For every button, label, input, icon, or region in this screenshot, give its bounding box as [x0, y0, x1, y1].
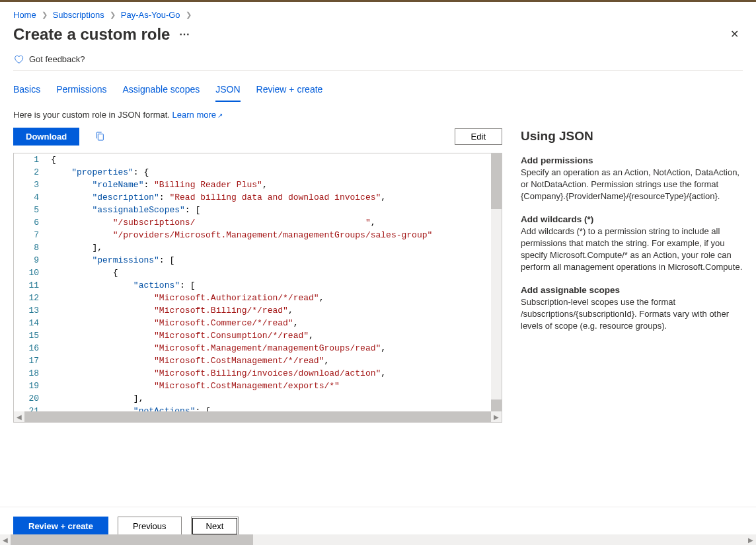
external-link-icon: ↗: [217, 112, 223, 119]
help-body: Specify an operation as an Action, NotAc…: [521, 167, 743, 202]
help-body: Subscription-level scopes use the format…: [521, 296, 743, 332]
copy-icon: [94, 130, 105, 142]
tab-review-create[interactable]: Review + create: [256, 77, 323, 102]
tab-permissions[interactable]: Permissions: [56, 77, 106, 102]
scrollbar-thumb[interactable]: [491, 163, 502, 209]
line-gutter: 1234567891011121314151617181920212223: [14, 153, 51, 411]
tabs: Basics Permissions Assignable scopes JSO…: [13, 77, 743, 102]
help-heading: Add permissions: [521, 155, 743, 165]
info-text: Here is your custom role in JSON format.…: [13, 110, 743, 120]
breadcrumb-home[interactable]: Home: [13, 10, 36, 20]
tab-basics[interactable]: Basics: [13, 77, 40, 102]
next-button[interactable]: Next: [191, 517, 239, 536]
help-heading: Add wildcards (*): [521, 214, 743, 224]
json-editor[interactable]: 1234567891011121314151617181920212223 { …: [13, 153, 502, 423]
tab-json[interactable]: JSON: [215, 77, 240, 102]
breadcrumb-subscriptions[interactable]: Subscriptions: [53, 10, 104, 20]
horizontal-scrollbar[interactable]: ◀ ▶: [14, 411, 502, 422]
previous-button[interactable]: Previous: [118, 517, 182, 536]
copy-button[interactable]: [90, 126, 110, 146]
edit-button[interactable]: Edit: [455, 128, 502, 145]
more-icon[interactable]: ⋯: [179, 28, 190, 40]
page-horizontal-scrollbar[interactable]: ◀ ▶: [0, 534, 756, 545]
feedback-label: Got feedback?: [29, 54, 85, 64]
download-button[interactable]: Download: [13, 128, 79, 146]
close-icon[interactable]: ✕: [726, 24, 743, 44]
vertical-scrollbar[interactable]: [491, 163, 502, 411]
learn-more-link[interactable]: Learn more↗: [172, 110, 223, 120]
tab-assignable-scopes[interactable]: Assignable scopes: [122, 77, 200, 102]
page-title: Create a custom role ⋯: [13, 25, 190, 44]
svg-rect-0: [98, 134, 103, 140]
scroll-right-icon[interactable]: ▶: [745, 536, 756, 544]
breadcrumb-payg[interactable]: Pay-As-You-Go: [121, 10, 180, 20]
scroll-left-icon[interactable]: ◀: [14, 413, 24, 421]
heart-icon: [13, 54, 24, 64]
help-panel: Using JSON Add permissions Specify an op…: [521, 126, 743, 507]
scrollbar-thumb[interactable]: [491, 399, 502, 411]
help-heading: Add assignable scopes: [521, 285, 743, 295]
scroll-right-icon[interactable]: ▶: [491, 413, 502, 421]
help-title: Using JSON: [521, 126, 743, 144]
review-create-button[interactable]: Review + create: [13, 517, 108, 536]
chevron-right-icon: ❯: [42, 11, 48, 19]
chevron-right-icon: ❯: [186, 11, 192, 19]
chevron-right-icon: ❯: [110, 11, 116, 19]
help-body: Add wildcards (*) to a permission string…: [521, 226, 743, 273]
feedback-link[interactable]: Got feedback?: [13, 54, 743, 71]
scroll-left-icon[interactable]: ◀: [0, 536, 11, 544]
breadcrumb: Home ❯ Subscriptions ❯ Pay-As-You-Go ❯: [13, 6, 743, 20]
code-area[interactable]: { "properties": { "roleName": "Billing R…: [51, 153, 502, 411]
